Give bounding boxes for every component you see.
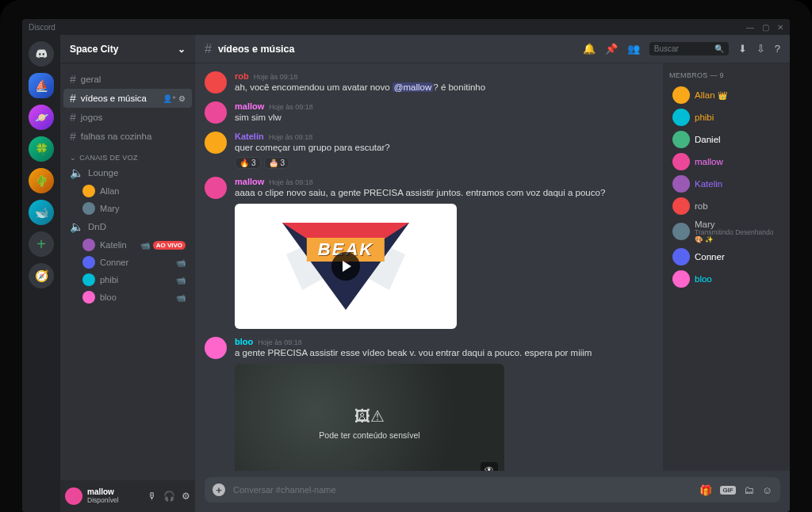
text-channel-videos-musica[interactable]: #vídeos e música👤⁺ ⚙ <box>63 89 192 108</box>
text-channel-geral[interactable]: #geral <box>63 70 192 89</box>
message-author[interactable]: rob <box>235 71 249 81</box>
avatar <box>82 185 95 197</box>
member-item[interactable]: Allan 👑 <box>669 84 783 106</box>
member-item[interactable]: phibi <box>669 106 783 128</box>
gif-button[interactable]: GIF <box>720 486 735 495</box>
members-header: MEMBROS — 9 <box>669 71 783 79</box>
crown-icon: 👑 <box>718 91 727 100</box>
hash-icon: # <box>70 92 76 105</box>
live-badge: AO VIVO <box>153 241 186 250</box>
hash-icon: # <box>205 42 212 56</box>
help-icon[interactable]: ? <box>775 43 780 55</box>
camera-icon: 📹 <box>176 293 186 302</box>
channel-title: vídeos e música <box>218 44 295 55</box>
message-author[interactable]: Katelin <box>235 132 264 141</box>
reaction[interactable]: 🔥3 <box>235 157 261 169</box>
add-member-icon[interactable]: 👤⁺ <box>163 94 176 103</box>
member-item[interactable]: Daniel <box>669 128 783 151</box>
notifications-icon[interactable]: 🔔 <box>583 43 596 55</box>
explore-servers-button[interactable]: 🧭 <box>29 263 54 288</box>
server-item-1[interactable]: ⛵ <box>29 73 54 98</box>
window-minimize-icon[interactable]: — <box>746 23 754 32</box>
text-channel-falhas[interactable]: #falhas na cozinha <box>63 127 192 146</box>
message: blooHoje às 09:18 a gente PRECISA assist… <box>205 337 653 471</box>
avatar[interactable] <box>205 101 227 124</box>
message-timestamp: Hoje às 09:18 <box>269 133 313 141</box>
voice-user-bloo[interactable]: bloo📹 <box>63 288 192 306</box>
members-toggle-icon[interactable]: 👥 <box>627 43 640 55</box>
avatar[interactable] <box>205 132 227 154</box>
voice-user-phibi[interactable]: phibi📹 <box>63 271 192 288</box>
avatar[interactable] <box>205 71 227 94</box>
message-author[interactable]: bloo <box>235 337 253 346</box>
message-composer[interactable]: + Conversar #channel-name 🎁 GIF 🗂 ☺ <box>205 477 780 502</box>
server-item-5[interactable]: 🐋 <box>29 200 54 225</box>
voice-channel-lounge[interactable]: 🔈Lounge <box>63 163 192 182</box>
member-item[interactable]: MaryTransmitindo Desenhando 🎨 ✨ <box>669 217 783 246</box>
window-close-icon[interactable]: ✕ <box>777 23 783 32</box>
emoji-icon[interactable]: ☺ <box>762 484 772 496</box>
pinned-icon[interactable]: 📌 <box>605 43 618 55</box>
voice-channel-dnd[interactable]: 🔈DnD <box>63 217 192 236</box>
server-name: Space City <box>70 44 118 55</box>
mention[interactable]: @mallow <box>393 82 433 92</box>
avatar <box>672 197 690 215</box>
main-area: # vídeos e música 🔔 📌 👥 Buscar🔍 ⬇ ⇩ ? ro… <box>195 35 790 512</box>
avatar[interactable] <box>205 177 227 199</box>
message-timestamp: Hoje às 09:18 <box>254 73 298 81</box>
member-item[interactable]: mallow <box>669 151 783 173</box>
message-text: quer começar um grupo para escutar? <box>235 142 653 154</box>
server-item-3[interactable]: 🍀 <box>29 136 54 162</box>
download-icon[interactable]: ⇩ <box>756 43 765 55</box>
reaction[interactable]: 🎂3 <box>264 157 290 169</box>
voice-user-allan[interactable]: Allan <box>63 182 192 200</box>
avatar <box>672 270 690 288</box>
app-body: ⛵ 🪐 🍀 🌵 🐋 + 🧭 Space City ⌄ #geral #vídeo… <box>22 35 790 512</box>
gear-icon[interactable]: ⚙ <box>178 94 186 103</box>
member-item[interactable]: bloo <box>669 268 783 290</box>
avatar[interactable] <box>205 337 227 359</box>
deafen-icon[interactable]: 🎧 <box>163 491 175 502</box>
member-name: mallow <box>695 157 723 166</box>
voice-category[interactable]: ⌄CANAIS DE VOZ <box>63 146 192 163</box>
avatar <box>82 202 95 215</box>
play-button-icon[interactable] <box>331 252 360 281</box>
message-author[interactable]: mallow <box>235 177 264 186</box>
voice-user-katelin[interactable]: Katelin📹AO VIVO <box>63 236 192 254</box>
server-item-4[interactable]: 🌵 <box>29 168 54 193</box>
server-header[interactable]: Space City ⌄ <box>60 35 195 63</box>
member-item[interactable]: rob <box>669 195 783 217</box>
members-panel: MEMBROS — 9 Allan 👑 phibi Daniel mallow … <box>663 63 790 471</box>
self-meta[interactable]: mallow Disponível <box>87 487 119 505</box>
discord-home-button[interactable] <box>29 41 54 67</box>
sticker-icon[interactable]: 🗂 <box>744 484 754 496</box>
gift-icon[interactable]: 🎁 <box>699 484 712 496</box>
inbox-icon[interactable]: ⬇ <box>738 43 747 55</box>
message-timestamp: Hoje às 09:18 <box>269 103 313 111</box>
channel-sidebar: Space City ⌄ #geral #vídeos e música👤⁺ ⚙… <box>60 35 195 512</box>
message: mallowHoje às 09:18 aaaa o clipe novo sa… <box>205 177 653 329</box>
user-settings-icon[interactable]: ⚙ <box>182 491 190 502</box>
sensitive-media-placeholder[interactable]: 🖼⚠ Pode ter conteúdo sensível 👁 <box>235 364 504 471</box>
member-item[interactable]: Conner <box>669 246 783 268</box>
chat-header: # vídeos e música 🔔 📌 👥 Buscar🔍 ⬇ ⇩ ? <box>195 35 790 63</box>
text-channel-jogos[interactable]: #jogos <box>63 108 192 127</box>
message-author[interactable]: mallow <box>235 101 264 111</box>
video-embed[interactable]: BEAK <box>235 204 457 329</box>
add-server-button[interactable]: + <box>29 231 54 257</box>
avatar <box>82 291 95 304</box>
mute-mic-icon[interactable]: 🎙 <box>147 491 157 502</box>
window-maximize-icon[interactable]: ▢ <box>762 23 769 32</box>
camera-icon: 📹 <box>176 276 186 285</box>
self-avatar[interactable] <box>65 487 82 505</box>
attach-button[interactable]: + <box>213 483 225 496</box>
hash-icon: # <box>70 73 76 86</box>
message-timestamp: Hoje às 09:18 <box>258 338 302 346</box>
sensitive-label: Pode ter conteúdo sensível <box>319 430 419 440</box>
reveal-button[interactable]: 👁 <box>481 462 498 471</box>
member-item[interactable]: Katelin <box>669 173 783 195</box>
search-input[interactable]: Buscar🔍 <box>649 42 729 55</box>
server-item-2[interactable]: 🪐 <box>29 105 54 130</box>
voice-user-conner[interactable]: Conner📹 <box>63 254 192 271</box>
voice-user-mary[interactable]: Mary <box>63 200 192 217</box>
